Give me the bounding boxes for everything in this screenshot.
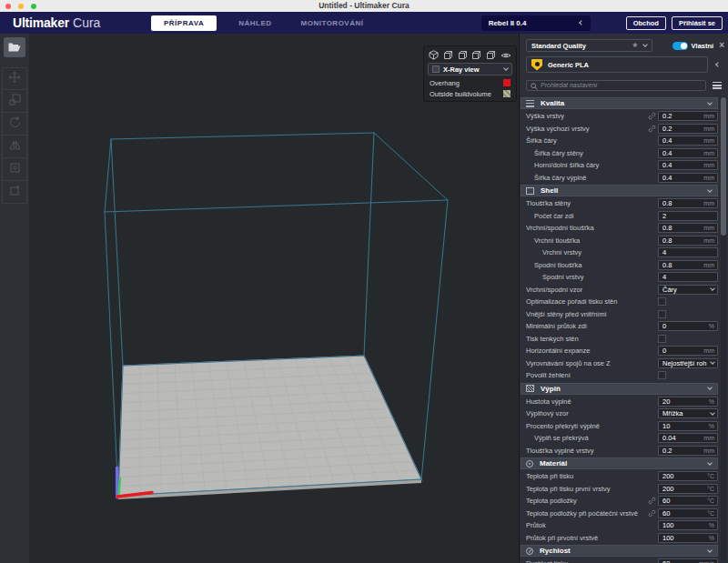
setting-value-field[interactable]: 20% [658, 397, 718, 407]
section-header-quality[interactable]: Kvalita [521, 97, 718, 109]
scale-tool-button[interactable] [2, 90, 27, 113]
setting-row: Rychlost tisku60mm/s [520, 558, 718, 563]
setting-label: Vrchní/spodní vzor [526, 286, 646, 294]
setting-value-field[interactable]: 200°C [658, 484, 718, 494]
setting-value-field[interactable]: 4 [658, 272, 718, 282]
setting-select[interactable]: Mřížka [658, 408, 718, 418]
setting-checkbox[interactable] [658, 297, 666, 306]
linked-setting-icon [646, 509, 658, 518]
close-window-button[interactable] [5, 4, 11, 9]
setting-value-field[interactable]: 0.4mm [658, 160, 718, 170]
close-panel-icon[interactable]: × [719, 41, 724, 50]
view-mode-dropdown[interactable]: X-Ray view [428, 63, 512, 75]
chevron-down-icon [710, 410, 715, 416]
viewport-3d[interactable]: X-Ray view Overhang Outside buildvolume [29, 34, 519, 563]
move-tool-button[interactable] [2, 67, 27, 90]
sign-in-button[interactable]: Přihlásit se [672, 16, 723, 30]
setting-value-field[interactable]: 100% [658, 520, 718, 530]
left-toolbar [0, 34, 29, 563]
per-model-settings-icon [9, 161, 21, 177]
xray-view-icon[interactable] [500, 52, 511, 59]
setting-value-field[interactable]: 60°C [658, 496, 718, 506]
section-header-infill[interactable]: Výplň [521, 383, 718, 395]
setting-label: Vrchní vrstvy [526, 248, 646, 256]
setting-value-field[interactable]: 0.8mm [658, 236, 718, 246]
search-input[interactable] [541, 82, 702, 88]
open-file-button[interactable] [4, 37, 25, 57]
setting-row: Vrchní tloušťka0.8mm [520, 235, 718, 247]
section-header-shell[interactable]: Shell [521, 185, 718, 196]
chevron-down-icon [707, 460, 713, 466]
rotate-tool-button[interactable] [2, 113, 27, 136]
setting-label: Šířka čáry výplně [526, 174, 646, 182]
settings-search[interactable] [526, 80, 706, 91]
setting-value-field[interactable]: 60mm/s [658, 558, 718, 563]
setting-value-field[interactable]: 0.4mm [658, 148, 718, 158]
setting-value-field[interactable]: 0.04mm [658, 433, 718, 443]
setting-checkbox[interactable] [658, 335, 666, 343]
outside-buildvolume-swatch [503, 90, 511, 97]
profile-dropdown[interactable]: Standard Quality ★ [526, 39, 652, 52]
settings-menu-icon[interactable] [713, 82, 722, 89]
tab-preview[interactable]: NÁHLED [231, 15, 278, 31]
chevron-down-icon [707, 187, 713, 193]
zoom-window-button[interactable] [31, 4, 36, 9]
top-view-icon[interactable] [458, 50, 468, 60]
minimize-window-button[interactable] [18, 4, 24, 9]
section-header-speed[interactable]: Rychlost [521, 545, 718, 557]
setting-value-field[interactable]: 0.4mm [658, 173, 718, 183]
setting-value-field[interactable]: 0% [658, 321, 718, 331]
right-view-icon[interactable] [486, 50, 496, 60]
setting-label: Výška výchozí vrstvy [526, 125, 646, 133]
support-blocker-button[interactable] [2, 181, 27, 204]
setting-value-field[interactable]: 0.8mm [658, 223, 718, 233]
setting-row: Výplň se překrývá0.04mm [520, 432, 718, 445]
tab-prepare[interactable]: PŘÍPRAVA [151, 15, 217, 31]
setting-select[interactable]: Čáry [658, 285, 718, 295]
front-view-icon[interactable] [443, 50, 453, 60]
setting-label: Průtok [526, 521, 646, 529]
custom-settings-toggle[interactable] [672, 42, 687, 50]
app-header: Ultimaker Cura PŘÍPRAVA NÁHLED MONITOROV… [0, 12, 728, 34]
setting-checkbox[interactable] [658, 371, 666, 379]
per-model-settings-button[interactable] [2, 158, 27, 181]
tab-monitor[interactable]: MONITOROVÁNÍ [294, 15, 371, 31]
setting-label: Šířka čáry stěny [526, 149, 646, 157]
setting-value-field[interactable]: 200°C [658, 471, 718, 481]
setting-value-field[interactable]: 0.2mm [658, 111, 718, 121]
setting-value-field[interactable]: 4 [658, 247, 718, 257]
setting-value-field[interactable]: 60°C [658, 508, 718, 518]
setting-value-field[interactable]: 0.2mm [658, 446, 718, 456]
setting-label: Horizontální expanze [526, 347, 646, 355]
printer-selector[interactable]: Rebel II 0.4 [481, 15, 591, 31]
scrollbar-thumb[interactable] [721, 97, 726, 236]
setting-value-field[interactable]: 2 [658, 211, 718, 221]
linked-setting-icon [646, 112, 658, 120]
left-view-icon[interactable] [471, 50, 481, 60]
linked-setting-icon [646, 497, 658, 505]
setting-select[interactable]: Nejostřejší roh [658, 358, 718, 368]
setting-checkbox[interactable] [658, 310, 666, 318]
setting-label: Šířka čáry [526, 136, 646, 145]
material-selector[interactable]: Generic PLA [526, 56, 708, 73]
mirror-tool-button[interactable] [2, 136, 27, 158]
setting-value-field[interactable]: 0.4mm [658, 136, 718, 146]
solid-view-icon[interactable] [429, 50, 439, 60]
setting-value-field[interactable]: 10% [658, 421, 718, 431]
macos-titlebar: Untitled - Ultimaker Cura [0, 0, 728, 12]
section-header-material[interactable]: Materiál [521, 457, 718, 469]
setting-row: Tloušťka stěny0.8mm [520, 197, 718, 210]
setting-label: Povolit žehlení [526, 371, 646, 379]
setting-value-field[interactable]: 0mm [658, 346, 718, 356]
marketplace-button[interactable]: Obchod [626, 16, 666, 30]
star-icon[interactable]: ★ [632, 42, 638, 49]
setting-value-field[interactable]: 0.2mm [658, 124, 718, 134]
setting-value-field[interactable]: 0.8mm [658, 260, 718, 270]
settings-scrollbar[interactable] [721, 96, 726, 561]
setting-value-field[interactable]: 0.8mm [658, 198, 718, 208]
collapse-chevron-icon[interactable] [715, 62, 721, 67]
setting-value-field[interactable]: 100% [658, 533, 718, 543]
setting-row: Průtok při prvotní vrstvě100% [520, 532, 718, 545]
chevron-down-icon [710, 286, 715, 291]
setting-label: Tisk tenkých stěn [526, 335, 646, 343]
